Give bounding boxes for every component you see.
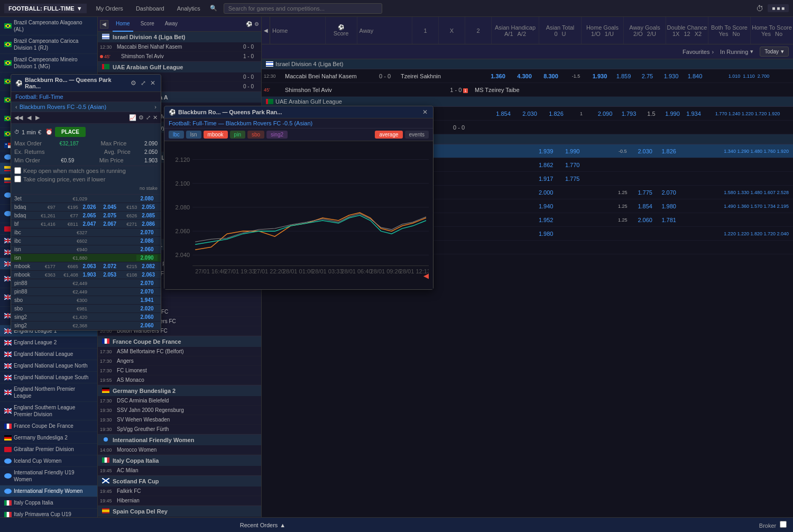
tab-score[interactable]: Score bbox=[137, 17, 158, 32]
modal-close-icon[interactable]: ✕ bbox=[149, 79, 156, 87]
league-header[interactable]: Spain Copa Del Rey bbox=[98, 506, 261, 517]
nav-prev-icon[interactable]: ‹ bbox=[15, 104, 17, 110]
tab-events[interactable]: events bbox=[405, 131, 429, 139]
in-running-filter[interactable]: In Running ▾ bbox=[720, 47, 753, 57]
broker-odds[interactable]: 2.060 bbox=[136, 314, 158, 320]
broker-odds[interactable]: 2.060 bbox=[136, 323, 158, 328]
list-item[interactable]: 19:30 SpVgg Greuther Fürth bbox=[98, 425, 261, 434]
broker-odds3[interactable]: 2.063 bbox=[139, 272, 158, 278]
broker-odds3[interactable]: 2.086 bbox=[139, 221, 158, 227]
sidebar-item[interactable]: Germany Bundesliga 2 bbox=[0, 432, 97, 444]
list-item[interactable]: 19:30 SV Wehen Wiesbaden bbox=[98, 415, 261, 425]
list-item[interactable]: 12:30 Maccabi Bnei Nahaf Kasem 0 - 0 bbox=[98, 42, 261, 52]
broker-odds2[interactable]: 2.075 bbox=[100, 213, 119, 218]
broker-list-item[interactable]: mbook€177€6652.0632.072€2152.082 bbox=[11, 262, 161, 271]
tab-home[interactable]: Home bbox=[113, 17, 133, 32]
sidebar-item[interactable]: England National League South bbox=[0, 372, 97, 383]
broker-odds1[interactable]: 2.065 bbox=[80, 213, 99, 218]
broker-odds[interactable]: 2.086 bbox=[136, 238, 158, 244]
broker-odds1[interactable]: 1.903 bbox=[80, 272, 99, 278]
broker-list-item[interactable]: ibc€6022.086 bbox=[11, 237, 161, 245]
broker-odds[interactable]: 2.060 bbox=[136, 246, 158, 252]
list-item[interactable]: 14:00 Morocco Women bbox=[98, 445, 261, 455]
league-header[interactable]: UAE Arabian Gulf League bbox=[98, 62, 261, 72]
broker-list-item[interactable]: bdaq€97€1952.0262.045€1532.055 bbox=[11, 203, 161, 212]
broker-list-item[interactable]: sing2€2,3682.060 bbox=[11, 322, 161, 330]
league-header[interactable]: Germany Bundesliga 2 bbox=[98, 386, 261, 396]
chart-close-icon[interactable]: ✕ bbox=[421, 108, 429, 116]
broker-odds1[interactable]: 2.063 bbox=[80, 263, 99, 269]
broker-list-item[interactable]: 3et€1,0292.080 bbox=[11, 195, 161, 203]
broker-list-item[interactable]: sbo€9812.020 bbox=[11, 305, 161, 313]
analytics-link[interactable]: Analytics bbox=[174, 5, 204, 12]
list-item[interactable]: 19:45 Falkirk FC bbox=[98, 487, 261, 496]
broker-list-item[interactable]: pin88€2,4492.070 bbox=[11, 288, 161, 296]
recent-orders-button[interactable]: Recent Orders ▲ bbox=[240, 522, 285, 528]
modal-settings-icon[interactable]: ⚙ bbox=[130, 79, 137, 87]
broker-tab-sbo[interactable]: sbo bbox=[247, 131, 264, 139]
sidebar-item[interactable]: England National League North bbox=[0, 360, 97, 372]
sidebar-item[interactable]: Iceland Cup Women bbox=[0, 455, 97, 467]
bet-nav-left2[interactable]: ◀ bbox=[27, 114, 31, 121]
broker-list-item[interactable]: isn€9402.060 bbox=[11, 245, 161, 254]
nav-next-icon[interactable]: › bbox=[154, 104, 156, 110]
broker-odds[interactable]: 2.020 bbox=[136, 306, 158, 311]
sidebar-item[interactable]: France Coupe De France bbox=[0, 420, 97, 432]
broker-odds1[interactable]: 2.026 bbox=[80, 204, 99, 210]
sidebar-item[interactable]: International Friendly U19 Women bbox=[0, 467, 97, 485]
list-item[interactable]: 19:45 AC Milan bbox=[98, 466, 261, 475]
broker-list-item[interactable]: bf€1,416€8112.0472.067€2712.086 bbox=[11, 220, 161, 228]
bet-nav-left[interactable]: ◀◀ bbox=[14, 114, 23, 121]
table-row[interactable]: 12:30 Maccabi Bnei Nahaf Kasem 0 - 0 Tze… bbox=[262, 69, 793, 83]
bet-chart-icon[interactable]: 📈 bbox=[129, 114, 136, 121]
broker-tab-lbc[interactable]: lbc bbox=[169, 131, 184, 139]
broker-odds3[interactable]: 2.055 bbox=[139, 204, 158, 210]
broker-list-item[interactable]: mbook€363€1,4081.9032.053€1082.063 bbox=[11, 271, 161, 279]
broker-odds[interactable]: 1.941 bbox=[136, 297, 158, 303]
table-row[interactable]: 45' Shimshon Tel Aviv 1 - 0 1 MS Tzeirey… bbox=[262, 83, 793, 97]
list-item[interactable]: 17:30 FC Limonest bbox=[98, 366, 261, 375]
sidebar-item[interactable]: Brazil Campeonato Mineiro Division 1 (MG… bbox=[0, 54, 97, 72]
odds-league-header[interactable]: Israel Division 4 (Liga Bet) bbox=[262, 59, 793, 69]
sidebar-item[interactable]: Brazil Campeonato Carioca Division 1 (RJ… bbox=[0, 35, 97, 54]
league-header[interactable]: International Friendly Women bbox=[98, 435, 261, 445]
sidebar-item[interactable]: England National League bbox=[0, 348, 97, 360]
broker-list-item[interactable]: sing2€1,4202.060 bbox=[11, 313, 161, 322]
bet-slip-modal[interactable]: ⚽ Blackburn Ro... — Queens Park Ran... ⚙… bbox=[11, 74, 161, 331]
sidebar-item[interactable]: England League 2 bbox=[0, 337, 97, 348]
broker-list-item[interactable]: bdaq€1,261€772.0652.075€6262.085 bbox=[11, 212, 161, 220]
league-header[interactable]: Israel Division 4 (Liga Bet) bbox=[98, 32, 261, 42]
chart-modal[interactable]: ⚽ Blackburn Ro... — Queens Park Ran... ✕… bbox=[164, 106, 434, 290]
broker-list-item[interactable]: ibc€3272.070 bbox=[11, 228, 161, 237]
take-closing-checkbox[interactable] bbox=[14, 176, 21, 182]
broker-list-item[interactable]: sbo€3001.941 bbox=[11, 296, 161, 305]
sidebar-item[interactable]: Brazil Campeonato Alagoano (AL) bbox=[0, 17, 97, 35]
list-item[interactable]: 19:30 SSV Jahn 2000 Regensburg bbox=[98, 406, 261, 415]
sidebar-item[interactable]: International Friendly Women bbox=[0, 485, 97, 497]
my-orders-link[interactable]: My Orders bbox=[93, 5, 126, 12]
list-item[interactable]: 17:30 ASM Belfortaine FC (Belfort) bbox=[98, 347, 261, 356]
list-item[interactable]: 17:30 DSC Arminia Bielefeld bbox=[98, 396, 261, 406]
search-input[interactable] bbox=[224, 3, 382, 14]
broker-odds[interactable]: 2.070 bbox=[136, 280, 158, 286]
tab-average[interactable]: average bbox=[375, 131, 402, 139]
bet-close2-icon[interactable]: ✕ bbox=[153, 114, 158, 121]
tab-away[interactable]: Away bbox=[162, 17, 181, 32]
league-header[interactable]: France Coupe De France bbox=[98, 336, 261, 347]
bet-settings-icon[interactable]: ⚙ bbox=[139, 114, 144, 121]
list-item[interactable]: 45' Shimshon Tel Aviv 1 - 0 bbox=[98, 52, 261, 61]
list-item[interactable]: 19:55 AS Monaco bbox=[98, 375, 261, 385]
keep-open-checkbox[interactable] bbox=[14, 167, 21, 174]
broker-odds[interactable]: 2.070 bbox=[136, 230, 158, 235]
broker-tab-mbook[interactable]: mbook bbox=[204, 131, 228, 139]
prev-page-icon[interactable]: ◀ bbox=[264, 27, 268, 33]
dropdown-arrow[interactable]: ▼ bbox=[77, 5, 82, 12]
broker-odds2[interactable]: 2.045 bbox=[100, 204, 119, 210]
modal-resize-icon[interactable]: ⤢ bbox=[140, 79, 147, 87]
league-header[interactable]: Scotland FA Cup bbox=[98, 476, 261, 487]
league-header[interactable]: Italy Coppa Italia bbox=[98, 455, 261, 466]
bet-nav-right[interactable]: ▶ bbox=[35, 114, 40, 121]
today-button[interactable]: Today ▾ bbox=[760, 47, 789, 57]
broker-list-item[interactable]: isn€1,8802.090 bbox=[11, 254, 161, 262]
broker-odds3[interactable]: 2.082 bbox=[139, 263, 158, 269]
